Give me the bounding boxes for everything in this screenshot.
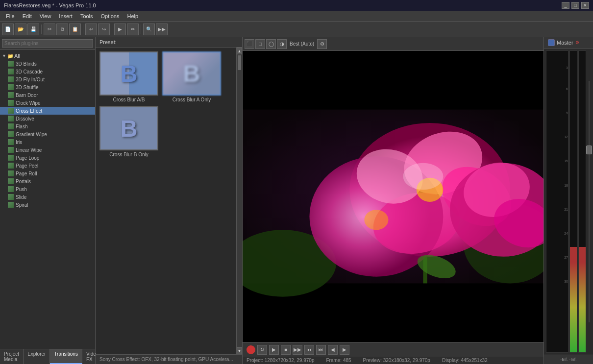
- scroll-down[interactable]: ▼: [237, 347, 242, 354]
- tree-item-spiral[interactable]: Spiral: [0, 201, 95, 209]
- menu-edit[interactable]: Edit: [19, 12, 36, 20]
- transitions-panel: ▼ 📁 All 3D Blinds 3D Cascade 3D Fly In/O…: [0, 37, 96, 364]
- menu-tools[interactable]: Tools: [76, 12, 97, 20]
- loop-button[interactable]: ↻: [257, 345, 267, 355]
- edit-button[interactable]: ✏: [127, 24, 139, 35]
- tree-item-label: Linear Wipe: [16, 147, 42, 153]
- master-gear[interactable]: ⚙: [575, 40, 579, 45]
- transition-icon: [8, 147, 14, 153]
- tree-item-3dcascade[interactable]: 3D Cascade: [0, 68, 95, 75]
- master-fader[interactable]: [587, 50, 591, 353]
- cut-button[interactable]: ✂: [44, 24, 55, 35]
- meter-fill-right: [579, 262, 586, 353]
- tree-item-linearwipe[interactable]: Linear Wipe: [0, 146, 95, 154]
- master-footer: -Inf. -Inf.: [544, 355, 593, 364]
- scroll-thumb[interactable]: [238, 55, 241, 70]
- meter-peak-right: [579, 247, 586, 262]
- preview-info: Project: 1280x720x32, 29.970p Frame: 485…: [243, 357, 544, 364]
- tree-item-label: Barn Door: [16, 93, 38, 98]
- play-button[interactable]: ▶: [269, 345, 279, 355]
- preview-tb-btn1[interactable]: ⬛: [245, 39, 254, 49]
- menu-options[interactable]: Options: [97, 12, 124, 20]
- tree-item-iris[interactable]: Iris: [0, 138, 95, 146]
- master-panel: Master ⚙ 3 6 9 12 15 18 21 24 27 30: [544, 37, 593, 364]
- tree-item-dissolve[interactable]: Dissolve: [0, 115, 95, 122]
- tree-item-pageloop[interactable]: Page Loop: [0, 154, 95, 162]
- tree-item-barndoor[interactable]: Barn Door: [0, 91, 95, 99]
- menu-help[interactable]: Help: [123, 12, 142, 20]
- tree-item-label: Spiral: [16, 202, 28, 208]
- fast-forward[interactable]: ▶▶: [293, 345, 302, 355]
- tree-item-3dfly[interactable]: 3D Fly In/Out: [0, 75, 95, 83]
- tree-item-label: 3D Blinds: [16, 61, 37, 67]
- preset-cross-blur-ab[interactable]: B Cross Blur A/B: [99, 51, 158, 102]
- presets-scrollbar[interactable]: ▲ ▼: [236, 48, 242, 354]
- preset-cross-blur-a[interactable]: B Cross Blur A Only: [162, 51, 221, 102]
- transition-icon: [8, 123, 14, 129]
- tree-root-all[interactable]: ▼ 📁 All: [0, 52, 95, 60]
- tree-item-3dblinds[interactable]: 3D Blinds: [0, 60, 95, 68]
- app-title: FlaresRestores.veg * - Vegas Pro 11.0: [4, 2, 96, 8]
- tree-item-crosseffect[interactable]: Cross Effect: [0, 107, 95, 115]
- paste-button[interactable]: 📋: [69, 24, 81, 35]
- transition-icon: [8, 170, 14, 176]
- preview-tb-btn3[interactable]: ◯: [266, 39, 276, 49]
- transition-icon: [8, 61, 14, 67]
- tree-item-push[interactable]: Push: [0, 185, 95, 193]
- preview-settings[interactable]: ⚙: [317, 39, 327, 49]
- transition-icon: [8, 76, 14, 82]
- menu-file[interactable]: File: [2, 12, 19, 20]
- preset-cross-blur-b[interactable]: B Cross Blur B Only: [99, 106, 158, 157]
- maximize-button[interactable]: □: [571, 2, 579, 9]
- tree-item-pagepeel[interactable]: Page Peel: [0, 162, 95, 170]
- svg-point-10: [364, 210, 388, 230]
- record-button[interactable]: [247, 345, 255, 354]
- transition-icon: [8, 131, 14, 137]
- fader-thumb[interactable]: [586, 146, 592, 154]
- presets-panel: Preset: B Cross Blur A/B B Cross Blur A …: [96, 37, 243, 364]
- preview-video: [243, 51, 544, 342]
- preview-tb-btn4[interactable]: ◑: [277, 39, 287, 49]
- tree-item-slide[interactable]: Slide: [0, 193, 95, 201]
- copy-button[interactable]: ⧉: [56, 24, 68, 35]
- next-marker[interactable]: ▶: [340, 345, 349, 355]
- preview-tb-btn2[interactable]: □: [255, 39, 265, 49]
- preview-flower-image: [243, 51, 544, 342]
- tree-item-portals[interactable]: Portals: [0, 177, 95, 185]
- tree-item-clockwipe[interactable]: Clock Wipe: [0, 99, 95, 107]
- meter-channel-left: [569, 50, 577, 353]
- scroll-up[interactable]: ▲: [237, 48, 242, 54]
- prev-frame[interactable]: ⏮: [304, 345, 314, 355]
- close-button[interactable]: ✕: [581, 2, 589, 9]
- stop-button[interactable]: ■: [281, 345, 291, 355]
- zoom-button[interactable]: 🔍: [143, 24, 155, 35]
- undo-button[interactable]: ↩: [85, 24, 97, 35]
- open-button[interactable]: 📂: [15, 24, 26, 35]
- menu-view[interactable]: View: [36, 12, 55, 20]
- preset-label: Cross Blur A/B: [113, 97, 145, 102]
- menu-bar: File Edit View Insert Tools Options Help: [0, 11, 593, 22]
- new-button[interactable]: 📄: [2, 24, 14, 35]
- select-button[interactable]: ▶: [114, 24, 126, 35]
- tab-project-media[interactable]: Project Media: [0, 349, 24, 364]
- search-input[interactable]: [2, 39, 93, 48]
- tree-item-label: Cross Effect: [16, 108, 42, 114]
- tab-transitions[interactable]: Transitions: [50, 349, 82, 364]
- display-info: Display: 445x251x32: [442, 358, 488, 363]
- minimize-button[interactable]: _: [562, 2, 569, 9]
- save-button[interactable]: 💾: [27, 24, 39, 35]
- tree-item-label: Flash: [16, 124, 27, 129]
- prev-marker[interactable]: ◀: [328, 345, 338, 355]
- tree-item-flash[interactable]: Flash: [0, 122, 95, 130]
- render-button[interactable]: ▶▶: [156, 24, 168, 35]
- tree-item-label: Dissolve: [16, 116, 34, 121]
- tree-item-pageroll[interactable]: Page Roll: [0, 170, 95, 177]
- preset-label: Cross Blur A Only: [173, 97, 211, 102]
- next-frame[interactable]: ⏭: [316, 345, 326, 355]
- tree-item-gradientwipe[interactable]: Gradient Wipe: [0, 130, 95, 138]
- menu-insert[interactable]: Insert: [55, 12, 76, 20]
- panel-tabs: Project Media Explorer Transitions Video…: [0, 349, 95, 364]
- tree-item-3dshuffle[interactable]: 3D Shuffle: [0, 83, 95, 91]
- tab-explorer[interactable]: Explorer: [24, 349, 50, 364]
- redo-button[interactable]: ↪: [98, 24, 110, 35]
